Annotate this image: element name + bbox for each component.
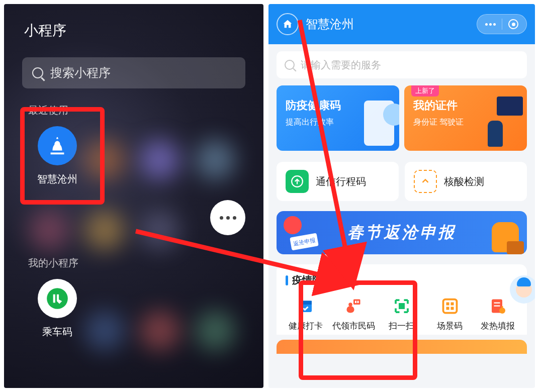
blurred-apps-bg2 [4, 301, 263, 388]
home-button[interactable] [277, 13, 299, 35]
capsule-button[interactable] [477, 14, 527, 34]
scan-frame-icon [414, 170, 437, 193]
service-label: 场景码 [437, 320, 463, 332]
tiger-decoration [479, 214, 524, 254]
svg-rect-9 [446, 303, 449, 306]
card-nucleic-test[interactable]: 核酸检测 [405, 162, 527, 201]
banner-my-documents[interactable]: 上新了 我的证件 身份证 驾驶证 [404, 85, 527, 151]
phone-illustration [364, 101, 394, 146]
more-fab[interactable] [210, 200, 245, 235]
svg-rect-17 [502, 306, 503, 311]
panel-title: 小程序 [4, 4, 263, 40]
arrow-up-circle-icon [286, 170, 309, 193]
assistant-float-button[interactable] [510, 275, 535, 304]
service-scene-code[interactable]: 场景码 [426, 296, 474, 332]
svg-rect-11 [446, 307, 449, 310]
annotation-highlight-box-left [20, 107, 105, 205]
thermometer-form-icon [488, 296, 508, 316]
service-label: 发热填报 [481, 320, 515, 332]
svg-rect-10 [450, 303, 454, 306]
svg-rect-12 [450, 307, 454, 310]
banner-health-code[interactable]: 防疫健康码 提高出行效率 [277, 85, 399, 151]
card-label: 核酸检测 [444, 175, 484, 188]
target-icon [508, 19, 518, 29]
svg-rect-14 [494, 303, 500, 304]
flower-decoration: 返沧申报 [281, 215, 321, 251]
new-tag: 上新了 [411, 85, 439, 96]
search-placeholder: 搜索小程序 [50, 65, 111, 81]
svg-rect-8 [443, 300, 457, 313]
service-search[interactable]: 请输入需要的服务 [277, 51, 527, 78]
search-icon [32, 67, 43, 78]
qr-grid-icon [440, 296, 460, 316]
person-illustration [478, 96, 523, 147]
miniprogram-panel: 小程序 搜索小程序 最近使用 智慧沧州 我的小程序 乘车 [4, 4, 263, 388]
home-icon [282, 19, 293, 30]
service-fever-report[interactable]: 发热填报 [474, 296, 522, 332]
banner-text: 春节返沧申报 [347, 222, 456, 244]
card-label: 通信行程码 [316, 175, 366, 188]
search-placeholder: 请输入需要的服务 [301, 58, 381, 72]
section-accent-bar [286, 275, 288, 285]
annotation-highlight-box-right [299, 280, 417, 380]
svg-rect-15 [494, 306, 500, 307]
ellipsis-icon [481, 23, 500, 26]
banner-spring-festival-report[interactable]: 返沧申报 春节返沧申报 [277, 211, 527, 254]
header-title: 智慧沧州 [306, 16, 477, 32]
card-travel-code[interactable]: 通信行程码 [277, 162, 399, 201]
search-icon [285, 60, 295, 70]
search-bar[interactable]: 搜索小程序 [22, 57, 245, 88]
app-header: 智慧沧州 [268, 4, 535, 44]
assistant-avatar-icon [516, 281, 532, 298]
